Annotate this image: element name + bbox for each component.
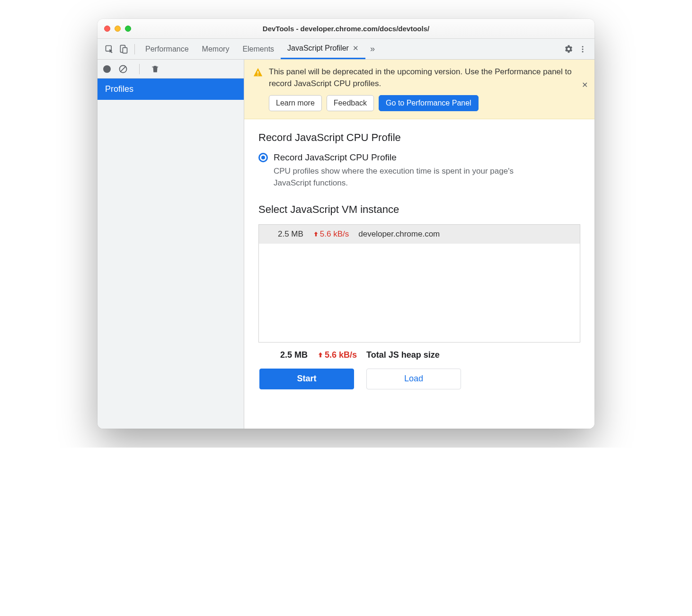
vm-rate: 5.6 kB/s [313, 229, 349, 239]
banner-buttons: Learn more Feedback Go to Performance Pa… [269, 95, 586, 111]
radio-icon [258, 153, 268, 162]
svg-rect-2 [123, 47, 127, 53]
feedback-button[interactable]: Feedback [327, 95, 374, 111]
divider [134, 44, 135, 54]
heap-totals: 2.5 MB 5.6 kB/s Total JS heap size [258, 343, 580, 369]
vm-instance-list: 2.5 MB 5.6 kB/s developer.chrome.com [258, 224, 580, 343]
settings-gear-icon[interactable] [561, 42, 576, 56]
svg-line-7 [120, 66, 126, 72]
inspect-element-icon[interactable] [102, 42, 116, 56]
body: Profiles This panel will be deprecated i… [98, 60, 594, 429]
svg-point-4 [582, 48, 584, 50]
vm-heading: Select JavaScript VM instance [258, 203, 580, 216]
profile-type-option[interactable]: Record JavaScript CPU Profile [258, 152, 580, 163]
vm-instance-row[interactable]: 2.5 MB 5.6 kB/s developer.chrome.com [259, 225, 580, 244]
more-tabs-icon[interactable]: » [365, 42, 380, 56]
warning-icon [253, 67, 263, 78]
clear-icon[interactable] [118, 64, 128, 74]
window-title: DevTools - developer.chrome.com/docs/dev… [104, 25, 588, 33]
total-size: 2.5 MB [280, 350, 308, 360]
traffic-lights [104, 26, 131, 32]
sidebar-toolbar [98, 60, 244, 79]
close-banner-icon[interactable]: ✕ [582, 80, 588, 89]
sidebar: Profiles [98, 60, 244, 429]
option-label: Record JavaScript CPU Profile [274, 152, 397, 163]
svg-rect-8 [257, 71, 258, 74]
load-button[interactable]: Load [366, 369, 461, 389]
record-heading: Record JavaScript CPU Profile [258, 132, 580, 144]
record-icon[interactable] [103, 65, 111, 73]
svg-rect-9 [257, 75, 258, 76]
banner-text: This panel will be deprecated in the upc… [269, 66, 586, 89]
banner-content: This panel will be deprecated in the upc… [269, 66, 586, 111]
svg-point-3 [582, 46, 584, 47]
tab-elements[interactable]: Elements [236, 39, 281, 59]
close-tab-icon[interactable]: ✕ [353, 44, 359, 53]
action-row: Start Load [258, 369, 580, 389]
total-label: Total JS heap size [366, 350, 440, 360]
goto-performance-button[interactable]: Go to Performance Panel [379, 95, 479, 111]
start-button[interactable]: Start [259, 369, 354, 389]
kebab-menu-icon[interactable] [576, 42, 590, 56]
close-window-button[interactable] [104, 26, 110, 32]
sidebar-item-profiles[interactable]: Profiles [98, 79, 244, 100]
content: Record JavaScript CPU Profile Record Jav… [244, 119, 594, 429]
deprecation-banner: This panel will be deprecated in the upc… [244, 60, 594, 119]
devtools-tabbar: Performance Memory Elements JavaScript P… [98, 39, 594, 60]
titlebar: DevTools - developer.chrome.com/docs/dev… [98, 19, 594, 39]
delete-icon[interactable] [151, 65, 160, 73]
total-rate: 5.6 kB/s [317, 350, 357, 360]
option-description: CPU profiles show where the execution ti… [274, 166, 539, 189]
tab-javascript-profiler[interactable]: JavaScript Profiler ✕ [281, 39, 365, 59]
minimize-window-button[interactable] [115, 26, 121, 32]
sidebar-item-label: Profiles [105, 84, 133, 94]
svg-point-5 [582, 51, 584, 52]
device-toggle-icon[interactable] [116, 42, 131, 56]
vm-size: 2.5 MB [278, 229, 303, 239]
zoom-window-button[interactable] [125, 26, 131, 32]
devtools-window: DevTools - developer.chrome.com/docs/dev… [98, 19, 594, 429]
arrow-up-icon [313, 231, 319, 237]
tab-memory[interactable]: Memory [195, 39, 236, 59]
arrow-up-icon [317, 352, 324, 358]
divider [139, 64, 140, 74]
main-panel: This panel will be deprecated in the upc… [244, 60, 594, 429]
tab-performance[interactable]: Performance [139, 39, 195, 59]
vm-host: developer.chrome.com [358, 229, 440, 239]
learn-more-button[interactable]: Learn more [269, 95, 322, 111]
